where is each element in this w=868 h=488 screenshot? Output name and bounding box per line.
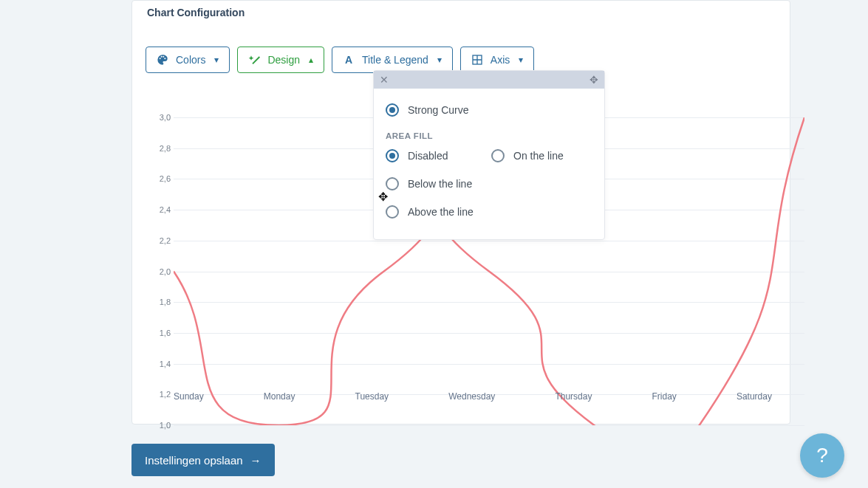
x-tick-label: Monday <box>264 391 295 402</box>
radio-label: Disabled <box>408 150 448 162</box>
radio-label: On the line <box>513 150 564 162</box>
panel-header[interactable]: ✕ ✥ <box>374 71 604 89</box>
card-title: Chart Configuration <box>132 1 790 27</box>
y-tick-label: 1,8 <box>148 298 171 306</box>
y-tick-label: 3,0 <box>148 113 171 122</box>
x-tick-label: Friday <box>652 391 677 402</box>
area-fill-header: AREA FILL <box>386 131 592 140</box>
axis-label: Axis <box>491 54 510 66</box>
chevron-down-icon: ▾ <box>437 55 442 65</box>
help-icon: ? <box>816 444 828 467</box>
radio-area-disabled[interactable]: Disabled <box>386 142 487 170</box>
radio-area-above-line[interactable]: Above the line <box>386 198 487 226</box>
chart-config-card: Chart Configuration Colors ▾ Design ▴ A … <box>131 0 790 425</box>
radio-label: Below the line <box>408 178 472 190</box>
chevron-down-icon: ▾ <box>519 55 523 65</box>
palette-icon <box>157 54 168 66</box>
y-tick-label: 1,2 <box>148 390 171 399</box>
y-tick-label: 2,2 <box>148 236 171 245</box>
radio-strong-curve[interactable]: Strong Curve <box>386 96 592 124</box>
y-tick-label: 1,6 <box>148 329 171 337</box>
move-cursor-icon: ✥ <box>378 190 388 204</box>
colors-button[interactable]: Colors ▾ <box>146 47 230 73</box>
design-label: Design <box>267 54 300 66</box>
type-icon: A <box>343 54 355 66</box>
x-axis-labels: SundayMondayTuesdayWednesdayThursdayFrid… <box>174 391 772 402</box>
radio-icon <box>386 205 399 219</box>
radio-label: Above the line <box>408 206 474 218</box>
radio-icon <box>386 177 399 190</box>
y-tick-label: 1,0 <box>148 421 171 430</box>
arrow-right-icon: → <box>250 454 262 467</box>
y-tick-label: 2,6 <box>148 174 171 183</box>
axis-button[interactable]: Axis ▾ <box>460 47 534 73</box>
radio-icon <box>386 103 399 117</box>
radio-area-below-line[interactable]: Below the line <box>386 170 487 198</box>
grid-icon <box>471 54 483 66</box>
x-tick-label: Wednesday <box>448 391 495 402</box>
save-settings-button[interactable]: Instellingen opslaan → <box>131 444 275 476</box>
x-tick-label: Tuesday <box>355 391 389 402</box>
x-tick-label: Sunday <box>174 391 204 402</box>
design-button[interactable]: Design ▴ <box>237 47 324 73</box>
y-tick-label: 1,4 <box>148 360 171 368</box>
radio-icon <box>386 149 399 162</box>
radio-label: Strong Curve <box>408 104 468 116</box>
save-label: Instellingen opslaan <box>145 454 243 467</box>
y-tick-label: 2,0 <box>148 267 171 276</box>
design-dropdown-panel: ✕ ✥ Strong Curve AREA FILL Disabled On t… <box>373 70 605 240</box>
radio-area-on-line[interactable]: On the line <box>491 142 592 170</box>
title-legend-label: Title & Legend <box>362 54 428 66</box>
radio-icon <box>491 149 505 162</box>
colors-label: Colors <box>176 54 205 66</box>
title-legend-button[interactable]: A Title & Legend ▾ <box>332 47 453 73</box>
x-tick-label: Saturday <box>737 391 772 402</box>
move-icon[interactable]: ✥ <box>590 74 598 86</box>
help-fab[interactable]: ? <box>800 433 844 478</box>
y-tick-label: 2,4 <box>148 205 171 214</box>
chevron-up-icon: ▴ <box>309 55 313 65</box>
chevron-down-icon: ▾ <box>214 55 219 65</box>
wand-icon <box>248 54 260 66</box>
gridline <box>174 425 804 426</box>
x-tick-label: Thursday <box>555 391 592 402</box>
close-icon[interactable]: ✕ <box>380 74 389 86</box>
y-tick-label: 2,8 <box>148 144 171 153</box>
